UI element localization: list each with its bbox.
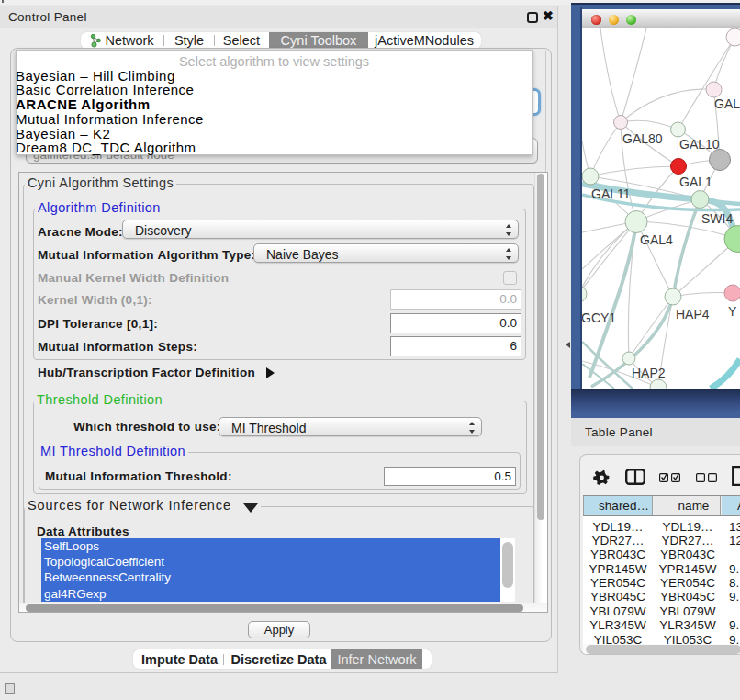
svg-text:GAL4: GAL4 (640, 232, 673, 247)
svg-text:GAL11: GAL11 (591, 186, 631, 201)
svg-text:HAP4: HAP4 (676, 307, 710, 322)
svg-text:GAL7: GAL7 (714, 96, 740, 111)
svg-text:Y: Y (728, 304, 737, 319)
svg-text:GAL1: GAL1 (679, 175, 712, 189)
svg-text:GAL80: GAL80 (622, 131, 663, 146)
svg-text:GCY1: GCY1 (582, 310, 616, 325)
svg-text:GAL10: GAL10 (679, 137, 720, 152)
svg-text:HAP2: HAP2 (632, 366, 666, 380)
svg-text:SWI4: SWI4 (701, 211, 733, 226)
